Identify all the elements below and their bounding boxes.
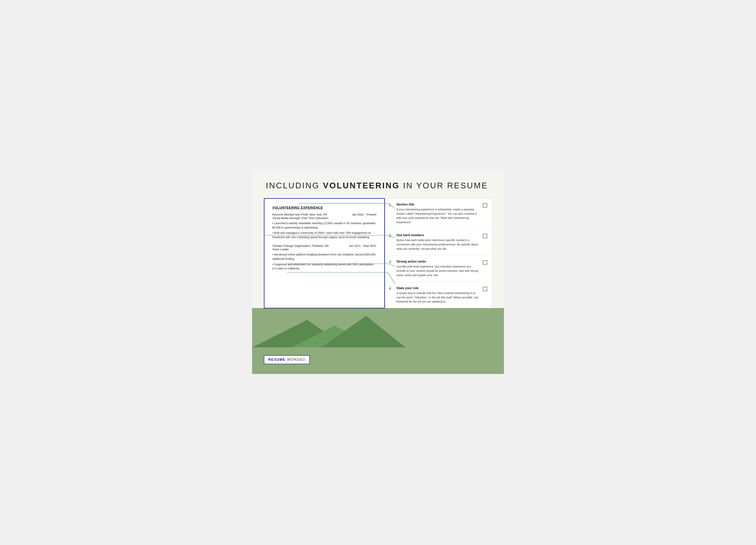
checklist-checkbox-3[interactable] xyxy=(483,260,487,265)
checklist-number-2: 2. xyxy=(389,233,395,238)
resume-entry-2: Climate Change Organization, Portland, O… xyxy=(272,244,376,271)
resume-entry-2-role: Team Leader xyxy=(272,248,376,251)
checklist-number-4: 4. xyxy=(389,286,395,291)
checklist-content-2: Use hard numbers Notice how each bullet … xyxy=(396,233,480,251)
resume-entry-1-bullet-2: • Built and managed a community of 2500+… xyxy=(272,231,376,240)
content-row: VOLUNTEERING EXPERIENCE Resume Worded No… xyxy=(264,198,492,309)
resume-entry-1-header: Resume Worded Non-Profit, New York, NY J… xyxy=(272,213,376,216)
resume-entry-1-org: Resume Worded Non-Profit, New York, NY xyxy=(272,213,327,216)
resume-entry-2-bullet-1: • Introduced online platform enabling do… xyxy=(272,253,376,261)
page-title: INCLUDING VOLUNTEERING IN YOUR RESUME xyxy=(266,181,492,190)
checklist-area: 1. Section title If your volunteering ex… xyxy=(385,198,492,309)
checklist-number-1: 1. xyxy=(389,203,395,207)
checklist-item-3: 3. Strong action verbs Just like paid wo… xyxy=(385,255,492,282)
checklist-checkbox-2[interactable] xyxy=(483,234,487,238)
resume-entry-1-bullet-1: • Launched a weekly newsletter reaching … xyxy=(272,221,376,230)
checklist-item-2: 2. Use hard numbers Notice how each bull… xyxy=(385,229,492,255)
checklist-title-4: State your role xyxy=(396,286,480,290)
checklist-desc-4: A simple way to indicate that the roles … xyxy=(396,291,480,304)
brand-logo-box: RESUME WORDED xyxy=(264,355,310,364)
brand-resume-text: RESUME xyxy=(268,358,286,362)
resume-entry-2-org: Climate Change Organization, Portland, O… xyxy=(272,244,329,247)
resume-entry-1: Resume Worded Non-Profit, New York, NY J… xyxy=(272,213,376,240)
checklist-title-3: Strong action verbs xyxy=(396,260,480,263)
page-wrapper: INCLUDING VOLUNTEERING IN YOUR RESUME VO… xyxy=(252,171,504,374)
resume-entry-1-date: Jan 2022 - Present xyxy=(352,213,376,216)
bottom-green-area xyxy=(252,308,504,347)
mountain-svg xyxy=(252,308,504,347)
checklist-item-1: 1. Section title If your volunteering ex… xyxy=(385,198,492,229)
checklist-content-4: State your role A simple way to indicate… xyxy=(396,286,480,304)
checklist-desc-3: Just like paid work experience, any volu… xyxy=(396,265,480,277)
checklist-item-4: 4. State your role A simple way to indic… xyxy=(385,282,492,308)
checklist-desc-1: If your volunteering experience is subst… xyxy=(396,207,480,225)
checklist-checkbox-1[interactable] xyxy=(483,203,487,207)
resume-entry-2-bullets: • Introduced online platform enabling do… xyxy=(272,253,376,271)
resume-entry-2-header: Climate Change Organization, Portland, O… xyxy=(272,244,376,247)
resume-card: VOLUNTEERING EXPERIENCE Resume Worded No… xyxy=(264,198,385,309)
resume-section-title: VOLUNTEERING EXPERIENCE xyxy=(272,206,376,210)
top-section: INCLUDING VOLUNTEERING IN YOUR RESUME VO… xyxy=(252,171,504,309)
resume-entry-1-role: Social Media Manager (Part-Time Voluntee… xyxy=(272,217,376,220)
checklist-desc-2: Notice how each bullet point references … xyxy=(396,238,480,251)
brand-area: RESUME WORDED xyxy=(252,347,504,374)
checklist-content-3: Strong action verbs Just like paid work … xyxy=(396,260,480,277)
checklist-checkbox-4[interactable] xyxy=(483,287,487,291)
checklist-title-1: Section title xyxy=(396,203,480,206)
checklist-title-2: Use hard numbers xyxy=(396,233,480,237)
resume-entry-2-bullet-2: • Organized and advertised 10+ quarterly… xyxy=(272,262,376,271)
checklist-number-3: 3. xyxy=(389,260,395,264)
checklist-content-1: Section title If your volunteering exper… xyxy=(396,203,480,225)
resume-entry-1-bullets: • Launched a weekly newsletter reaching … xyxy=(272,221,376,240)
brand-worded-text: WORDED xyxy=(287,358,305,362)
resume-entry-2-date: Jun 2021 - Sept 2021 xyxy=(349,244,376,247)
